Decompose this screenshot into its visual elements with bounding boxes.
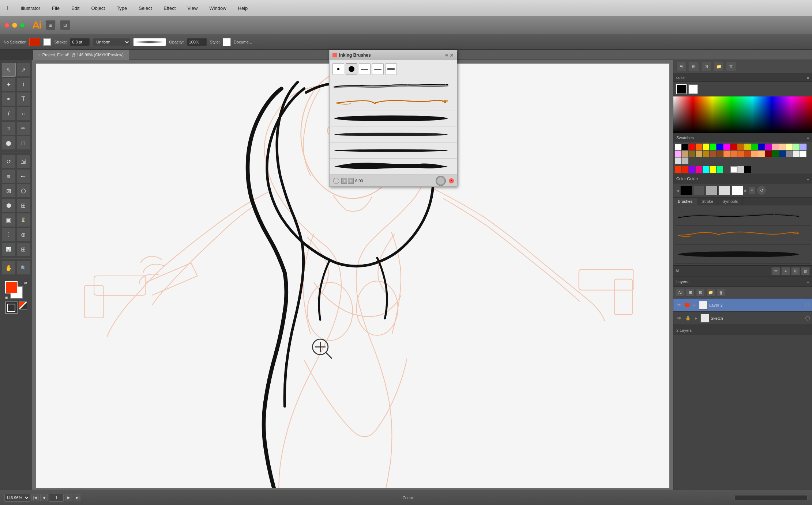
swatch-maroon[interactable] [765,151,772,157]
tab-stroke[interactable]: Stroke [697,198,718,205]
swatch-scarlet[interactable] [682,166,688,173]
artboard-tool[interactable]: ⊞ [16,242,30,256]
menu-select[interactable]: Select [136,5,154,12]
color-guide-next[interactable]: ▶ [744,189,747,193]
nav-prev[interactable]: ◀ [40,494,48,501]
nav-first[interactable]: |◀ [31,494,39,501]
swatch-darkorange[interactable] [737,144,744,150]
hand-tool[interactable]: ✋ [2,261,16,275]
swatch-rust[interactable] [744,151,751,157]
swatch-vermillion[interactable] [675,166,681,173]
apple-menu[interactable]:  [6,4,8,12]
swatch-lightsilver[interactable] [682,157,688,164]
brush-item-4[interactable] [330,126,457,143]
layer2-target[interactable] [805,303,810,307]
cg-swatch-5[interactable] [732,186,743,195]
sketch-target[interactable] [805,316,810,320]
tab-brushes[interactable]: Brushes [673,198,697,205]
swatch-lightred[interactable] [772,144,779,150]
prev-button[interactable]: ◀ [341,178,347,184]
right-brush-item-1[interactable] [675,207,811,226]
opacity-input[interactable] [187,38,207,46]
swatch-rose[interactable] [696,166,702,173]
style-swatch[interactable] [223,38,231,46]
swatch-lightgray2[interactable] [737,166,744,173]
stroke-profile-select[interactable]: Uniform Width Profile 1 [93,38,130,46]
cg-swatch-4[interactable] [719,186,730,195]
document-tab[interactable]: × Project_File.ai* @ 146.96% (CMYK/Previ… [33,50,129,60]
selection-tool[interactable]: ↖ [2,63,16,77]
menu-effect[interactable]: Effect [161,5,178,12]
swatch-red[interactable] [689,144,695,150]
swatch-magenta[interactable] [723,144,730,150]
panel-close-button[interactable]: ✕ [449,178,454,183]
swatch-darkgreen[interactable] [751,144,758,150]
brushes-toolbar-delete[interactable]: 🗑 [801,267,810,275]
layers-tool-delete[interactable]: 🗑 [717,289,725,297]
swatch-black[interactable] [682,144,688,150]
stroke-input[interactable] [70,38,90,46]
swatch-violet[interactable] [689,166,695,173]
maximize-button[interactable] [20,23,25,28]
perspective-grid-tool[interactable]: ⬢ [2,198,16,212]
swatch-black2[interactable] [744,166,751,173]
swatch-tan[interactable] [682,151,688,157]
app-icon-1[interactable]: ⊞ [45,20,56,30]
scroll-bar[interactable] [734,495,808,500]
panel-collapse-icon[interactable]: ≡ [445,52,448,58]
swatch-springgreen[interactable] [717,166,723,173]
scale-tool[interactable]: ⇲ [16,155,30,168]
menu-help[interactable]: Help [236,5,250,12]
brush-item-3[interactable] [330,110,457,126]
sketch-expand[interactable]: ▶ [693,315,699,321]
swatch-salmon[interactable] [723,151,730,157]
swatch-darkyellow[interactable] [744,144,751,150]
brushes-toolbar-menu[interactable]: ⊞ [791,267,800,275]
layers-expand[interactable]: ≡ [807,280,809,284]
tab-symbols[interactable]: Symbols [718,198,743,205]
eraser-tool[interactable]: ◻ [16,136,30,150]
swatch-blue[interactable] [717,144,723,150]
symbol-sprayer-tool[interactable]: ⊕ [16,228,30,242]
cg-swatch-3[interactable] [706,186,718,195]
swatch-peach[interactable] [751,151,758,157]
menu-object[interactable]: Object [89,5,107,12]
menu-illustrator[interactable]: Illustrator [19,5,42,12]
swatch-orange[interactable] [696,144,702,150]
magic-wand-tool[interactable]: ✦ [2,77,16,91]
line-tool[interactable]: / [2,107,16,121]
swatches-expand[interactable]: ≡ [807,136,809,140]
swatch-darkblue[interactable] [758,144,765,150]
swatch-darkcoral[interactable] [737,151,744,157]
right-tool-5[interactable]: 🗑 [726,62,736,71]
app-icon-2[interactable]: ⊡ [60,20,70,30]
color-guide-dropdown[interactable]: ▼ [748,187,756,194]
brushes-toolbar-new[interactable]: + [781,267,790,275]
default-colors-button[interactable]: ◼ [5,296,8,299]
swatch-darkgold[interactable] [703,151,709,157]
swap-colors-button[interactable]: ⇄ [24,281,27,285]
pencil-tool[interactable]: ✏ [16,121,30,135]
right-tool-1[interactable]: Ai [676,62,687,71]
layers-tool-4[interactable]: 📁 [706,289,715,297]
page-input[interactable] [49,494,64,502]
gradient-tool[interactable]: ▣ [2,213,16,227]
type-tool[interactable]: T [16,92,30,106]
swatch-saddlebrown[interactable] [717,151,723,157]
width-tool[interactable]: ⊷ [16,169,30,183]
stroke-color-swatch[interactable] [29,38,40,46]
layer-row-layer2[interactable]: 👁 ▶ Layer 2 [673,299,812,312]
menu-type[interactable]: Type [114,5,129,12]
layer-row-sketch[interactable]: 👁 🔒 ▶ Sketch [673,312,812,325]
menu-file[interactable]: File [50,5,62,12]
warp-tool[interactable]: ≋ [2,169,16,183]
menu-edit[interactable]: Edit [69,5,82,12]
swatch-navy[interactable] [779,151,786,157]
swatch-gold[interactable] [696,151,702,157]
close-button[interactable] [4,23,10,28]
right-brush-item-3[interactable] [675,245,811,264]
cg-swatch-1[interactable] [680,186,692,195]
brush-tool[interactable]: ⌗ [2,121,16,135]
swatch-darkmagenta[interactable] [765,144,772,150]
layer2-expand[interactable]: ▶ [692,302,698,308]
